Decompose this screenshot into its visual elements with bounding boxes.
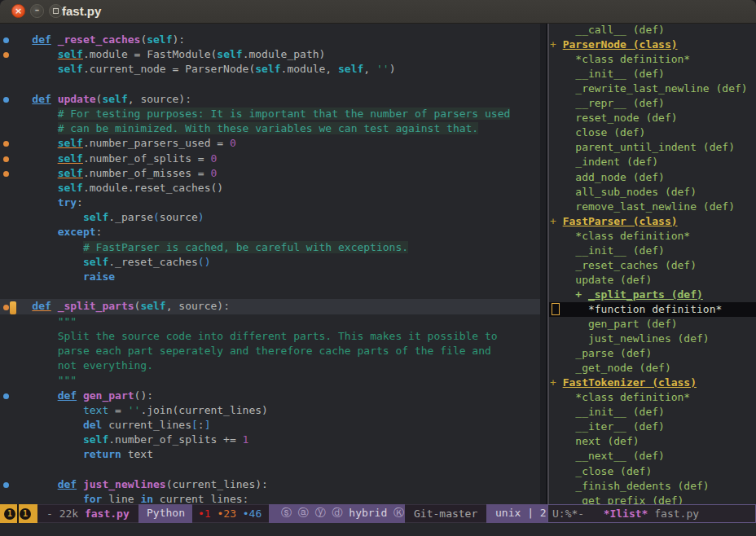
code-line[interactable]: self.module.reset_caches() (0, 181, 540, 196)
code-token: __next__ (def) (575, 450, 665, 462)
code-token (550, 68, 575, 80)
flycheck-info-dot (3, 37, 9, 43)
outline-item[interactable]: _reset_caches (def) (549, 258, 697, 273)
outline-item[interactable]: __init__ (def) (549, 244, 665, 258)
outline-item[interactable]: _rewrite_last_newline (def) (549, 81, 748, 96)
code-line[interactable]: self.current_node = ParserNode(self.modu… (0, 62, 540, 77)
outline-item[interactable]: __init__ (def) (549, 67, 665, 81)
outline-item[interactable]: __call__ (def) (549, 23, 665, 37)
code-line[interactable]: def gen_part(): (0, 389, 540, 403)
code-line[interactable]: self.number_parsers_used = 0 (0, 136, 540, 151)
code-token: *function definition* (588, 303, 722, 315)
outline-item[interactable]: _close (def) (549, 464, 652, 479)
maximize-button[interactable] (49, 4, 63, 18)
outline-item[interactable]: + ParserNode (class) (549, 37, 678, 52)
code-token: """ (58, 315, 77, 327)
code-line[interactable]: """ (0, 373, 540, 388)
modeline-text (236, 507, 243, 520)
code-token (7, 419, 83, 431)
modeline-text: Git-master (414, 507, 477, 520)
code-line[interactable] (0, 284, 540, 299)
outline-item[interactable]: *class definition* (549, 390, 690, 405)
outline-item[interactable]: + FastTokenizer (class) (549, 376, 697, 390)
code-token (7, 389, 58, 402)
code-line[interactable]: del current_lines[:] (0, 418, 540, 433)
outline-item[interactable]: update (def) (549, 273, 652, 288)
imenu-list-panel[interactable]: __call__ (def)+ ParserNode (class) *clas… (549, 24, 756, 504)
outline-item[interactable]: next (def) (549, 434, 640, 449)
outline-item[interactable]: all_sub_nodes (def) (549, 185, 697, 200)
code-token: : (96, 226, 103, 238)
outline-item[interactable]: _parse (def) (549, 346, 652, 361)
code-line[interactable]: def _reset_caches(self): (0, 33, 540, 47)
code-line[interactable]: parse each part seperately and therefore… (0, 344, 540, 358)
outline-item[interactable]: *class definition* (549, 52, 690, 67)
code-line[interactable]: self.module = FastModule(self.module_pat… (0, 47, 540, 62)
code-token (7, 404, 83, 416)
code-line[interactable]: self.number_of_misses = 0 (0, 166, 540, 181)
code-line[interactable]: def update(self, source): (0, 92, 540, 107)
code-token: reset_node (def) (575, 112, 677, 124)
code-token (7, 182, 58, 194)
window-number-icon: 1 (4, 508, 15, 520)
close-button[interactable]: × (11, 4, 25, 18)
code-line[interactable]: # FastParser is cached, be careful with … (0, 240, 540, 255)
code-line[interactable]: def just_newlines(current_lines): (0, 477, 540, 492)
outline-item[interactable]: remove_last_newline (def) (549, 200, 735, 214)
outline-item[interactable]: __iter__ (def) (549, 420, 665, 434)
outline-item[interactable]: *class definition* (549, 229, 690, 244)
code-token: _finish_dedents (def) (575, 480, 709, 492)
outline-item[interactable]: _get_node (def) (549, 361, 671, 376)
outline-item[interactable]: reset_node (def) (549, 111, 678, 125)
code-line[interactable]: text = ''.join(current_lines) (0, 403, 540, 418)
outline-item[interactable]: *function definition* (549, 302, 722, 317)
outline-item[interactable]: gen_part (def) (549, 317, 678, 332)
minimize-button[interactable]: – (30, 4, 44, 18)
code-line[interactable]: # For testing purposes: It is important … (0, 107, 540, 121)
code-token: _parse (def) (575, 347, 652, 359)
code-token: self (58, 167, 83, 179)
outline-item[interactable]: _indent (def) (549, 155, 658, 169)
code-token (7, 359, 58, 371)
code-token (7, 152, 58, 165)
code-line[interactable]: except: (0, 225, 540, 239)
code-token: self (217, 48, 242, 60)
modeline-segment-major-mode: Python (138, 504, 192, 523)
code-line[interactable]: try: (0, 196, 540, 210)
code-line[interactable]: Split the source code into different par… (0, 329, 540, 344)
code-token (7, 493, 83, 505)
outline-item[interactable]: just_newlines (def) (549, 332, 710, 346)
outline-item[interactable]: _finish_dedents (def) (549, 479, 710, 494)
outline-item[interactable]: parent_until_indent (def) (549, 140, 735, 155)
code-line[interactable]: return text (0, 447, 540, 462)
outline-item[interactable]: add_node (def) (549, 170, 665, 185)
flycheck-info-dot (3, 482, 9, 488)
code-token: not everything. (58, 359, 153, 371)
code-token (550, 97, 575, 109)
code-token: .module = FastModule( (83, 48, 217, 60)
code-line[interactable]: self._parse(source) (0, 210, 540, 225)
outline-item[interactable]: + FastParser (class) (549, 214, 678, 229)
outline-item[interactable]: close (def) (549, 125, 645, 140)
window-number-icon: 1 (20, 508, 31, 520)
code-line[interactable]: self._reset_caches() (0, 255, 540, 270)
outline-item[interactable]: __init__ (def) (549, 405, 665, 420)
outline-item[interactable]: + _split_parts (def) (549, 288, 703, 302)
code-buffer[interactable]: def _reset_caches(self): self.module = F… (0, 33, 540, 507)
code-token (550, 347, 575, 359)
code-line[interactable] (0, 77, 540, 92)
code-line[interactable]: def _split_parts(self, source): (0, 299, 540, 314)
code-line[interactable]: self.number_of_splits = 0 (0, 152, 540, 166)
code-line[interactable]: # can be minimized. With these variables… (0, 121, 540, 136)
outline-item[interactable]: __next__ (def) (549, 449, 665, 464)
outline-item[interactable]: __repr__ (def) (549, 96, 665, 111)
modeline-text: Python (147, 507, 185, 519)
code-line[interactable] (0, 462, 540, 477)
code-line[interactable]: self.number_of_splits += 1 (0, 433, 540, 447)
code-line[interactable]: not everything. (0, 358, 540, 373)
code-line[interactable]: """ (0, 314, 540, 329)
code-token: Split the source code into different par… (58, 330, 498, 342)
code-line[interactable]: raise (0, 270, 540, 284)
code-token (7, 93, 32, 105)
echo-area (0, 523, 756, 536)
